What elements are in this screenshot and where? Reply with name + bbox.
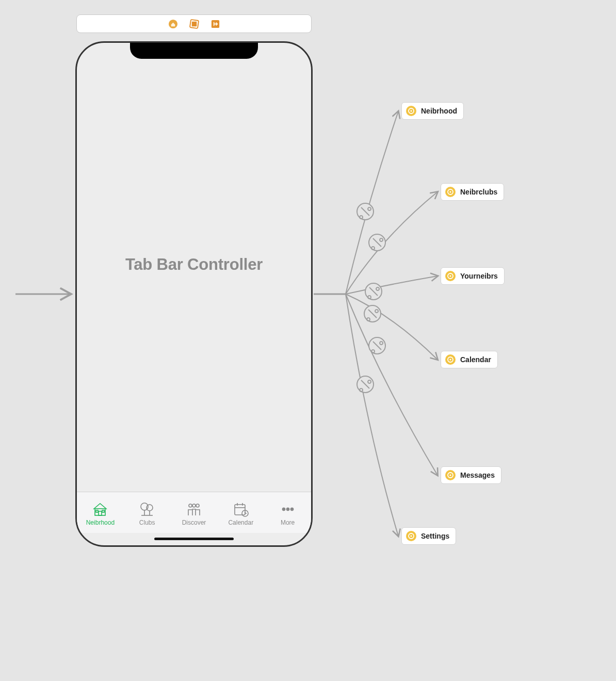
svg-point-39 bbox=[449, 359, 451, 360]
house-icon bbox=[91, 501, 109, 517]
controller-icon bbox=[445, 470, 456, 480]
controller-icon bbox=[445, 271, 456, 281]
tab-calendar[interactable]: Calendar bbox=[217, 501, 264, 526]
first-responder-icon[interactable] bbox=[189, 19, 199, 29]
svg-point-37 bbox=[449, 275, 451, 277]
svg-point-2 bbox=[357, 203, 374, 220]
tab-label: Clubs bbox=[139, 519, 155, 526]
controller-icon bbox=[445, 354, 456, 365]
home-indicator bbox=[154, 538, 234, 540]
destination-calendar[interactable]: Calendar bbox=[441, 351, 498, 368]
svg-point-23 bbox=[196, 504, 199, 507]
calendar-icon bbox=[232, 501, 250, 517]
tab-neibrhood[interactable]: Neibrhood bbox=[77, 501, 124, 526]
svg-point-43 bbox=[410, 535, 412, 537]
svg-point-22 bbox=[192, 504, 196, 507]
svg-rect-10 bbox=[191, 21, 197, 26]
svg-point-5 bbox=[364, 305, 381, 322]
controller-icon bbox=[406, 531, 416, 541]
destination-settings[interactable]: Settings bbox=[401, 527, 456, 545]
svg-point-30 bbox=[286, 508, 289, 511]
tab-label: Calendar bbox=[228, 519, 253, 526]
svg-rect-24 bbox=[235, 505, 245, 515]
svg-point-33 bbox=[410, 110, 412, 111]
svg-rect-13 bbox=[99, 511, 102, 515]
scene-title: Tab Bar Controller bbox=[77, 43, 311, 487]
tab-bar-controller-scene[interactable]: Tab Bar Controller Neibrhood bbox=[75, 41, 313, 547]
controller-icon bbox=[406, 106, 416, 116]
chip-label: Yourneibrs bbox=[460, 272, 498, 280]
chip-label: Calendar bbox=[460, 355, 491, 364]
more-icon bbox=[279, 501, 297, 517]
controller-icon bbox=[445, 187, 456, 197]
svg-point-6 bbox=[369, 337, 385, 354]
svg-point-17 bbox=[147, 505, 153, 511]
svg-point-41 bbox=[449, 474, 451, 476]
svg-point-3 bbox=[369, 234, 385, 251]
tab-bar: Neibrhood Clubs bbox=[77, 492, 311, 533]
chip-label: Messages bbox=[460, 471, 495, 479]
chip-label: Settings bbox=[421, 532, 449, 540]
svg-point-4 bbox=[365, 283, 382, 300]
tab-clubs[interactable]: Clubs bbox=[124, 501, 171, 526]
scene-toolbar bbox=[76, 14, 312, 33]
svg-point-29 bbox=[282, 508, 285, 511]
people-icon bbox=[185, 501, 203, 517]
svg-point-7 bbox=[357, 376, 374, 393]
tab-label: Discover bbox=[182, 519, 206, 526]
svg-point-35 bbox=[449, 191, 451, 192]
tab-discover[interactable]: Discover bbox=[171, 501, 218, 526]
tab-label: Neibrhood bbox=[86, 519, 115, 526]
svg-point-31 bbox=[290, 508, 294, 511]
svg-point-21 bbox=[189, 504, 192, 507]
chip-label: Neibrclubs bbox=[460, 188, 497, 196]
exit-icon[interactable] bbox=[210, 19, 220, 29]
svg-rect-15 bbox=[102, 510, 104, 512]
chip-label: Neibrhood bbox=[421, 107, 457, 115]
storyboard-entry-icon[interactable] bbox=[168, 19, 178, 29]
destination-messages[interactable]: Messages bbox=[441, 466, 501, 484]
segue-badge bbox=[357, 203, 385, 393]
tab-label: More bbox=[281, 519, 295, 526]
destination-neibrclubs[interactable]: Neibrclubs bbox=[441, 183, 504, 201]
tab-more[interactable]: More bbox=[264, 501, 311, 526]
svg-rect-14 bbox=[96, 510, 98, 512]
destination-yourneibrs[interactable]: Yourneibrs bbox=[441, 267, 505, 285]
destination-neibrhood[interactable]: Neibrhood bbox=[401, 102, 464, 120]
tree-icon bbox=[138, 501, 156, 517]
